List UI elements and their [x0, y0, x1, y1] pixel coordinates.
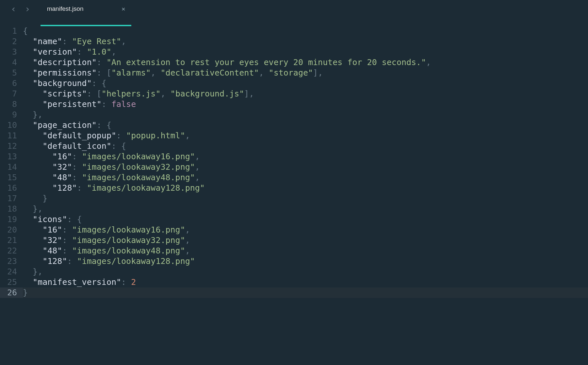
code-line[interactable]: "page_action": {	[23, 120, 588, 130]
code-content[interactable]: { "name": "Eye Rest", "version": "1.0", …	[23, 26, 588, 298]
line-number: 8	[0, 99, 17, 110]
code-line[interactable]: "32": "images/lookaway32.png",	[23, 162, 588, 172]
line-number: 10	[0, 120, 17, 130]
line-number-gutter: 1234567891011121314151617181920212223242…	[0, 26, 23, 298]
line-number: 5	[0, 68, 17, 78]
close-icon[interactable]: ×	[122, 5, 125, 13]
line-number: 2	[0, 36, 17, 47]
line-number: 12	[0, 141, 17, 151]
code-line[interactable]: "permissions": ["alarms", "declarativeCo…	[23, 68, 588, 78]
line-number: 24	[0, 267, 17, 277]
code-line[interactable]: }	[23, 287, 588, 298]
code-line[interactable]: },	[23, 204, 588, 214]
code-line[interactable]: "48": "images/lookaway48.png",	[23, 172, 588, 183]
code-line[interactable]: "version": "1.0",	[23, 47, 588, 57]
line-number: 16	[0, 183, 17, 193]
line-number: 3	[0, 47, 17, 57]
line-number: 6	[0, 78, 17, 89]
code-line[interactable]: },	[23, 110, 588, 120]
line-number: 17	[0, 193, 17, 204]
line-number: 19	[0, 214, 17, 225]
line-number: 9	[0, 110, 17, 120]
line-number: 7	[0, 89, 17, 99]
code-line[interactable]: "48": "images/lookaway48.png",	[23, 246, 588, 256]
code-line[interactable]: "default_popup": "popup.html",	[23, 130, 588, 141]
line-number: 4	[0, 57, 17, 68]
line-number: 1	[0, 26, 17, 36]
code-line[interactable]: "name": "Eye Rest",	[23, 36, 588, 47]
tab-manifest[interactable]: manifest.json ×	[41, 0, 131, 18]
line-number: 13	[0, 151, 17, 162]
code-line[interactable]: "description": "An extension to rest you…	[23, 57, 588, 68]
tab-title: manifest.json	[47, 5, 84, 12]
code-line[interactable]: "32": "images/lookaway32.png",	[23, 235, 588, 246]
line-number: 15	[0, 172, 17, 183]
code-line[interactable]: "128": "images/lookaway128.png"	[23, 183, 588, 193]
code-line[interactable]: "scripts": ["helpers.js", "background.js…	[23, 89, 588, 99]
code-line[interactable]: "16": "images/lookaway16.png",	[23, 151, 588, 162]
code-line[interactable]: },	[23, 267, 588, 277]
code-line[interactable]: "persistent": false	[23, 99, 588, 110]
line-number: 25	[0, 277, 17, 287]
code-line[interactable]: "background": {	[23, 78, 588, 89]
tab-active-indicator	[41, 25, 131, 26]
code-line[interactable]: "16": "images/lookaway16.png",	[23, 225, 588, 235]
line-number: 20	[0, 225, 17, 235]
code-line[interactable]: "128": "images/lookaway128.png"	[23, 256, 588, 267]
line-number: 26	[0, 287, 23, 298]
tab-bar: ‹ › manifest.json ×	[0, 0, 588, 18]
code-line[interactable]: }	[23, 193, 588, 204]
nav-forward-icon[interactable]: ›	[21, 4, 35, 14]
code-line[interactable]: "manifest_version": 2	[23, 277, 588, 287]
code-line[interactable]: "default_icon": {	[23, 141, 588, 151]
line-number: 14	[0, 162, 17, 172]
line-number: 11	[0, 130, 17, 141]
code-editor[interactable]: 1234567891011121314151617181920212223242…	[0, 26, 588, 298]
line-number: 23	[0, 256, 17, 267]
nav-back-icon[interactable]: ‹	[7, 4, 21, 14]
line-number: 21	[0, 235, 17, 246]
line-number: 18	[0, 204, 17, 214]
code-line[interactable]: {	[23, 26, 588, 36]
line-number: 22	[0, 246, 17, 256]
code-line[interactable]: "icons": {	[23, 214, 588, 225]
